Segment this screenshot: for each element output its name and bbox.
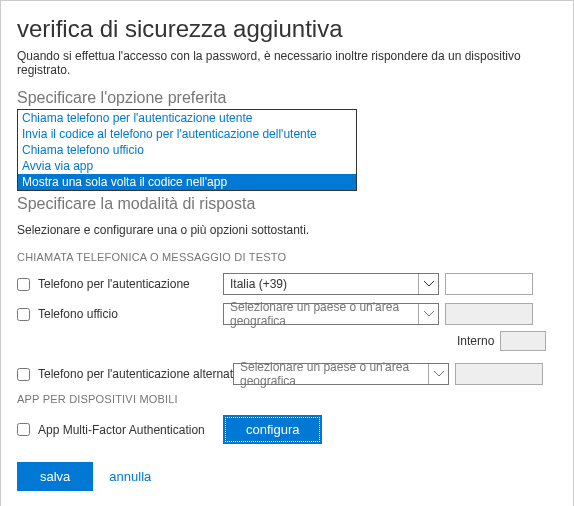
configure-button[interactable]: configura (223, 415, 322, 444)
auth-phone-country-select[interactable]: Italia (+39) (223, 273, 439, 295)
office-phone-country-value: Selezionare un paese o un'area geografic… (230, 300, 416, 328)
alt-phone-country-select[interactable]: Selezionare un paese o un'area geografic… (233, 363, 449, 385)
preferred-option-item[interactable]: Chiama telefono ufficio (18, 142, 356, 158)
preferred-option-item[interactable]: Avvia via app (18, 158, 356, 174)
chevron-down-icon (428, 364, 448, 384)
office-phone-label: Telefono ufficio (38, 307, 118, 321)
office-phone-number-input[interactable] (445, 303, 533, 325)
response-mode-heading: Specificare la modalità di risposta (17, 195, 557, 213)
preferred-option-item[interactable]: Chiama telefono per l'autenticazione ute… (18, 110, 356, 126)
alt-phone-country-value: Selezionare un paese o un'area geografic… (240, 360, 426, 388)
page-subtitle: Quando si effettua l'accesso con la pass… (17, 49, 557, 77)
preferred-option-listbox[interactable]: Chiama telefono per l'autenticazione ute… (17, 109, 357, 191)
preferred-option-heading: Specificare l'opzione preferita (17, 89, 557, 107)
office-phone-country-select[interactable]: Selezionare un paese o un'area geografic… (223, 303, 439, 325)
preferred-option-item[interactable]: Invia il codice al telefono per l'autent… (18, 126, 356, 142)
response-mode-help: Selezionare e configurare una o più opzi… (17, 223, 557, 237)
alt-phone-checkbox[interactable] (17, 368, 30, 381)
cancel-link[interactable]: annulla (109, 469, 151, 484)
page-title: verifica di sicurezza aggiuntiva (17, 15, 557, 43)
office-phone-ext-label: Interno (457, 334, 494, 348)
auth-phone-checkbox[interactable] (17, 278, 30, 291)
alt-phone-row: Telefono per l'autenticazione alternativ… (17, 363, 557, 385)
actions-bar: salva annulla (17, 462, 557, 491)
app-mfa-label: App Multi-Factor Authentication (38, 423, 205, 437)
app-mfa-row: App Multi-Factor Authentication configur… (17, 415, 557, 444)
preferred-option-item-selected[interactable]: Mostra una sola volta il codice nell'app (18, 174, 356, 190)
save-button[interactable]: salva (17, 462, 93, 491)
app-section-label: APP PER DISPOSITIVI MOBILI (17, 393, 557, 405)
office-phone-row: Telefono ufficio Selezionare un paese o … (17, 303, 557, 325)
office-phone-ext-input[interactable] (500, 331, 546, 351)
office-phone-checkbox[interactable] (17, 308, 30, 321)
chevron-down-icon (418, 274, 438, 294)
auth-phone-number-input[interactable] (445, 273, 533, 295)
app-mfa-checkbox[interactable] (17, 423, 30, 436)
phone-section-label: CHIAMATA TELEFONICA O MESSAGGIO DI TESTO (17, 251, 557, 263)
chevron-down-icon (418, 304, 438, 324)
alt-phone-number-input[interactable] (455, 363, 543, 385)
alt-phone-label: Telefono per l'autenticazione alternativ… (38, 367, 248, 381)
auth-phone-label: Telefono per l'autenticazione (38, 277, 190, 291)
office-phone-ext-row: Interno (457, 331, 557, 351)
auth-phone-country-value: Italia (+39) (230, 277, 287, 291)
auth-phone-row: Telefono per l'autenticazione Italia (+3… (17, 273, 557, 295)
